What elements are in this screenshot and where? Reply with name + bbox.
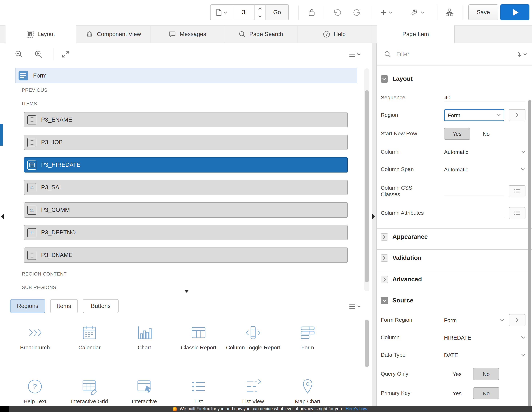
collapse-left-panel-arrow[interactable] — [1, 214, 4, 219]
tree-item-p3-ename[interactable]: P3_ENAME — [24, 112, 348, 128]
lock-icon — [308, 8, 315, 16]
go-button[interactable]: Go — [266, 5, 288, 20]
shared-components-button[interactable] — [440, 4, 459, 20]
layout-menu-button[interactable] — [345, 46, 365, 62]
start-new-row-no-button[interactable]: No — [473, 128, 499, 140]
create-menu-button[interactable] — [375, 4, 397, 20]
column-span-select[interactable]: Automatic — [444, 166, 525, 172]
column-select[interactable]: Automatic — [444, 149, 525, 155]
help-icon: ? — [323, 30, 330, 38]
panel-splitter[interactable] — [372, 43, 377, 406]
page-number-input[interactable] — [233, 5, 254, 20]
gallery-item-help-text[interactable]: ? Help Text — [8, 376, 62, 405]
gallery-panel: Regions Items Buttons Breadcrumb Calenda… — [0, 294, 372, 406]
scroll-down-arrow-icon[interactable] — [184, 290, 189, 293]
gallery-tab-items[interactable]: Items — [50, 299, 78, 313]
section-appearance[interactable]: Appearance — [381, 230, 428, 244]
tab-messages[interactable]: Messages — [151, 26, 224, 43]
region-select[interactable]: Form — [444, 109, 504, 121]
layout-toolbar — [0, 43, 372, 66]
undo-button[interactable] — [328, 4, 347, 20]
lock-button[interactable] — [303, 4, 321, 20]
zoom-in-button[interactable] — [30, 46, 47, 62]
section-layout[interactable]: Layout — [381, 72, 413, 86]
page-selector-group: Go — [210, 4, 289, 20]
expand-button[interactable] — [57, 46, 74, 62]
list-editor-icon — [514, 210, 520, 216]
gallery-item-interactive-grid[interactable]: Interactive Grid — [62, 376, 117, 405]
heres-how-link[interactable]: Here's how. — [346, 406, 368, 412]
gallery-item-classic-report[interactable]: Classic Report — [171, 322, 226, 351]
gallery-item-map-chart[interactable]: Map Chart — [280, 376, 335, 405]
go-to-group-button[interactable] — [513, 51, 527, 57]
section-validation[interactable]: Validation — [381, 251, 422, 265]
chevron-right-icon — [515, 317, 519, 323]
form-region-detail-button[interactable] — [509, 314, 525, 326]
primary-key-yes-button[interactable]: Yes — [444, 387, 470, 399]
query-only-yes-button[interactable]: Yes — [444, 368, 470, 380]
stepper-down-icon[interactable] — [255, 12, 266, 20]
tree-scrollbar-thumb[interactable] — [365, 90, 369, 283]
save-button[interactable]: Save — [468, 4, 498, 20]
tab-layout[interactable]: Layout — [5, 26, 76, 43]
top-toolbar: Go Save — [0, 0, 532, 26]
region-detail-button[interactable] — [509, 109, 525, 121]
tab-help[interactable]: ? Help — [297, 26, 371, 43]
number-field-icon: 11 — [27, 183, 36, 192]
tree-item-p3-hiredate[interactable]: P3_HIREDATE — [24, 157, 348, 173]
data-type-select[interactable]: DATE — [444, 352, 525, 358]
gallery-menu-button[interactable] — [345, 298, 365, 314]
tree-group-previous: PREVIOUS — [22, 87, 48, 93]
gallery-scrollbar-thumb[interactable] — [365, 320, 369, 367]
page-number-stepper[interactable] — [254, 5, 266, 20]
column-css-classes-list-button[interactable] — [509, 185, 525, 197]
run-page-button[interactable] — [500, 4, 530, 20]
tree-item-p3-job[interactable]: P3_JOB — [24, 135, 348, 150]
tab-page-search[interactable]: Page Search — [224, 26, 297, 43]
query-only-no-button[interactable]: No — [473, 368, 499, 380]
redo-button[interactable] — [348, 4, 367, 20]
field-column: Column Automatic — [381, 145, 525, 158]
gallery-tab-regions[interactable]: Regions — [10, 299, 45, 313]
expand-right-panel-arrow[interactable] — [372, 214, 375, 219]
zoom-out-button[interactable] — [11, 46, 27, 62]
gallery-item-column-toggle-report[interactable]: Column Toggle Report — [226, 322, 280, 351]
start-new-row-yes-button[interactable]: Yes — [444, 128, 470, 140]
gallery-item-breadcrumb[interactable]: Breadcrumb — [8, 322, 62, 351]
gallery-item-list[interactable]: List — [171, 376, 226, 405]
form-region-select[interactable]: Form — [444, 317, 504, 323]
tree-item-p3-deptno[interactable]: 11 P3_DEPTNO — [24, 225, 348, 240]
gallery-item-interactive[interactable]: Interactive — [117, 376, 172, 405]
source-column-select[interactable]: HIREDATE — [444, 334, 525, 341]
filter-input[interactable] — [396, 51, 480, 57]
column-attributes-input[interactable] — [444, 208, 504, 217]
tree-region-form[interactable]: Form — [15, 68, 357, 83]
gallery-item-chart[interactable]: Chart — [117, 322, 172, 351]
tab-component-view[interactable]: Component View — [76, 26, 151, 43]
utilities-menu-button[interactable] — [406, 4, 429, 20]
tab-label: Component View — [97, 31, 141, 37]
toolbar-separator — [371, 5, 371, 20]
column-attributes-list-button[interactable] — [509, 207, 525, 219]
stepper-up-icon[interactable] — [255, 5, 266, 12]
tree-item-p3-dname[interactable]: P3_DNAME — [24, 247, 348, 263]
tree-item-p3-sal[interactable]: 11 P3_SAL — [24, 180, 348, 195]
section-source[interactable]: Source — [381, 293, 413, 308]
sequence-input[interactable] — [444, 93, 525, 102]
page-icon — [216, 9, 222, 16]
gallery-item-form[interactable]: Form — [280, 322, 335, 351]
gallery-item-list-view[interactable]: List View — [226, 376, 280, 405]
toolbar-separator — [298, 5, 299, 20]
primary-key-no-button[interactable]: No — [473, 387, 499, 399]
gallery-item-calendar[interactable]: Calendar — [62, 322, 117, 351]
tree-item-p3-comm[interactable]: 11 P3_COMM — [24, 202, 348, 218]
tree-item-label: P3_JOB — [41, 139, 63, 146]
property-panel-scrollbar-thumb[interactable] — [528, 100, 531, 408]
tab-page-item[interactable]: Page Item — [377, 26, 455, 43]
section-advanced[interactable]: Advanced — [381, 272, 422, 287]
section-divider — [377, 271, 532, 271]
gallery-tab-buttons[interactable]: Buttons — [83, 299, 119, 313]
page-finder-button[interactable] — [210, 5, 233, 20]
toolbar-separator — [53, 48, 53, 60]
column-css-classes-input[interactable] — [444, 187, 504, 196]
